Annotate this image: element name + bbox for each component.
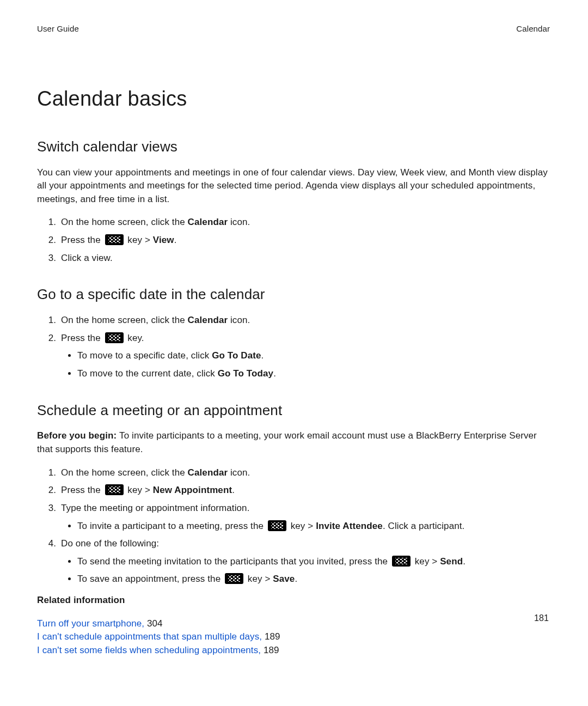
related-page: 189 xyxy=(264,645,279,655)
related-page: 304 xyxy=(147,618,163,629)
related-page: 189 xyxy=(265,631,280,642)
step-item: Type the meeting or appointment informat… xyxy=(59,502,550,533)
menu-key-icon xyxy=(225,573,243,584)
step-text: key. xyxy=(125,333,144,343)
menu-key-icon xyxy=(105,234,124,245)
step-text: icon. xyxy=(228,467,250,478)
sub-bullets: To move to a specific date, click Go To … xyxy=(61,349,550,380)
bullet-text: key > xyxy=(245,574,273,584)
steps-list: On the home screen, click the Calendar i… xyxy=(37,466,550,586)
menu-key-icon xyxy=(268,520,286,531)
bullet-text: . xyxy=(295,574,297,584)
step-text: . xyxy=(174,235,177,245)
bullet-item: To move to the current date, click Go To… xyxy=(77,367,550,381)
step-text: key > xyxy=(125,485,153,495)
bullet-text: key > xyxy=(288,521,316,531)
running-header: User Guide Calendar xyxy=(37,23,550,35)
related-link[interactable]: Turn off your smartphone, xyxy=(37,618,147,629)
related-link-row: I can't schedule appointments that span … xyxy=(37,630,550,644)
bold-text: Calendar xyxy=(188,217,228,227)
page-title: Calendar basics xyxy=(37,84,550,114)
step-item: Press the key > View. xyxy=(59,234,550,247)
section-heading: Go to a specific date in the calendar xyxy=(37,284,550,305)
step-text: On the home screen, click the xyxy=(61,315,188,325)
related-link-row: I can't set some fields when scheduling … xyxy=(37,644,550,658)
related-info-heading: Related information xyxy=(37,594,550,607)
step-item: Click a view. xyxy=(59,252,550,265)
step-item: Press the key > New Appointment. xyxy=(59,484,550,497)
step-text: On the home screen, click the xyxy=(61,467,188,478)
step-text: icon. xyxy=(228,315,250,325)
before-you-begin: Before you begin: To invite participants… xyxy=(37,429,550,456)
bullet-item: To save an appointment, press the key > … xyxy=(77,573,550,586)
header-left: User Guide xyxy=(37,23,79,35)
step-item: On the home screen, click the Calendar i… xyxy=(59,314,550,327)
header-right: Calendar xyxy=(516,23,550,35)
related-link[interactable]: I can't schedule appointments that span … xyxy=(37,631,265,642)
bullet-text: . xyxy=(463,556,465,567)
bullet-text: . Click a participant. xyxy=(383,521,465,531)
bullet-text: key > xyxy=(412,556,440,567)
steps-list: On the home screen, click the Calendar i… xyxy=(37,216,550,265)
step-item: Do one of the following: To send the mee… xyxy=(59,537,550,586)
related-link-row: Turn off your smartphone, 304 xyxy=(37,617,550,631)
step-text: key > xyxy=(125,235,153,245)
bullet-item: To move to a specific date, click Go To … xyxy=(77,349,550,363)
bold-text: New Appointment xyxy=(153,485,232,495)
step-text: On the home screen, click the xyxy=(61,217,188,227)
step-text: . xyxy=(232,485,235,495)
sub-bullets: To send the meeting invitation to the pa… xyxy=(61,555,550,586)
bullet-item: To send the meeting invitation to the pa… xyxy=(77,555,550,569)
menu-key-icon xyxy=(105,332,124,343)
bold-text: Send xyxy=(440,556,463,567)
step-text: icon. xyxy=(228,217,250,227)
bullet-text: . xyxy=(261,350,264,361)
section-schedule-meeting: Schedule a meeting or an appointment Bef… xyxy=(37,400,550,658)
menu-key-icon xyxy=(392,556,411,567)
bold-text: Calendar xyxy=(188,467,228,478)
step-item: On the home screen, click the Calendar i… xyxy=(59,216,550,229)
step-item: On the home screen, click the Calendar i… xyxy=(59,466,550,480)
bold-text: Invite Attendee xyxy=(316,521,383,531)
bullet-text: To move to the current date, click xyxy=(77,368,218,379)
step-text: Type the meeting or appointment informat… xyxy=(61,503,249,513)
page: User Guide Calendar Calendar basics Swit… xyxy=(0,0,588,706)
step-text: Press the xyxy=(61,485,103,495)
bullet-text: . xyxy=(273,368,276,379)
menu-key-icon xyxy=(105,484,124,495)
page-number: 181 xyxy=(534,612,549,624)
bullet-item: To invite a participant to a meeting, pr… xyxy=(77,520,550,533)
bullet-text: To save an appointment, press the xyxy=(77,574,223,584)
section-heading: Switch calendar views xyxy=(37,137,550,157)
bold-text: Save xyxy=(273,574,295,584)
section-switch-views: Switch calendar views You can view your … xyxy=(37,137,550,265)
section-go-to-date: Go to a specific date in the calendar On… xyxy=(37,284,550,380)
bold-text: Calendar xyxy=(188,315,228,325)
bullet-text: To invite a participant to a meeting, pr… xyxy=(77,521,266,531)
step-text: Do one of the following: xyxy=(61,538,159,549)
bullet-text: To send the meeting invitation to the pa… xyxy=(77,556,390,567)
bold-text: View xyxy=(153,235,174,245)
related-link[interactable]: I can't set some fields when scheduling … xyxy=(37,645,264,655)
section-heading: Schedule a meeting or an appointment xyxy=(37,400,550,421)
before-label: Before you begin: xyxy=(37,430,119,441)
sub-bullets: To invite a participant to a meeting, pr… xyxy=(61,520,550,533)
bullet-text: To move to a specific date, click xyxy=(77,350,212,361)
bold-text: Go To Today xyxy=(218,368,273,379)
steps-list: On the home screen, click the Calendar i… xyxy=(37,314,550,381)
intro-paragraph: You can view your appointments and meeti… xyxy=(37,166,550,206)
step-item: Press the key. To move to a specific dat… xyxy=(59,332,550,381)
step-text: Press the xyxy=(61,235,103,245)
step-text: Press the xyxy=(61,333,103,343)
bold-text: Go To Date xyxy=(212,350,261,361)
